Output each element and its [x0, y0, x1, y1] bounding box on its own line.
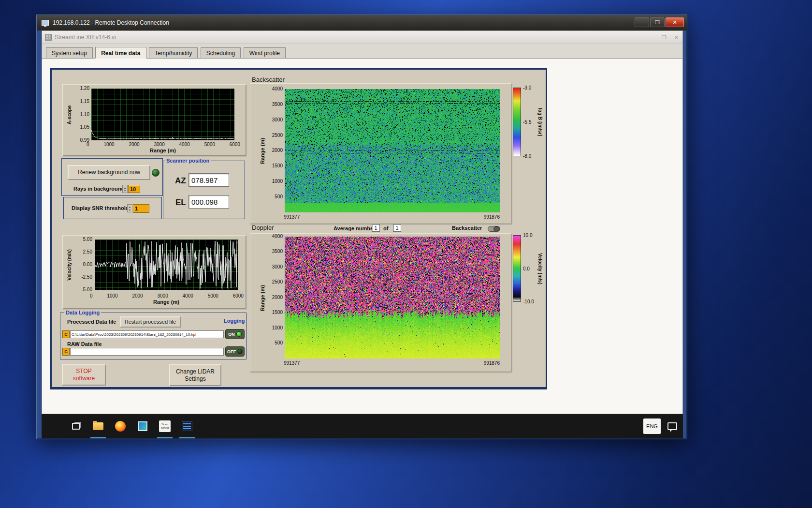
average-of-label: of: [383, 225, 388, 231]
az-value-display: 078.987: [188, 173, 229, 187]
firefox-icon: [115, 421, 126, 432]
rdp-minimize-button[interactable]: –: [635, 17, 649, 27]
tab-scheduling[interactable]: Scheduling: [201, 47, 241, 58]
change-settings-line2: Settings: [185, 375, 205, 383]
ascope-x-ticks: 0100020003000400050006000: [87, 142, 240, 147]
ascope-x-ticks-value: 5000: [204, 142, 215, 147]
backscatter-y-ticks: 4000350030002500200015001000500: [267, 87, 283, 199]
backscatter-y-ticks-value: 2000: [272, 148, 283, 153]
tab-temp-humidity[interactable]: Temp/humidity: [149, 47, 198, 58]
backscatter-toggle-switch[interactable]: [488, 226, 500, 232]
renew-background-button[interactable]: Renew background now: [68, 165, 150, 180]
velocity-x-ticks-value: 6000: [233, 293, 244, 299]
doppler-colorbar-label: Velocity (m/s): [537, 247, 543, 291]
doppler-heatmap: [285, 237, 500, 359]
tab-wind-profile[interactable]: Wind profile: [244, 47, 286, 58]
velocity-y-ticks-value: 2.50: [83, 250, 92, 254]
terminal-app-button[interactable]: [176, 414, 198, 438]
ascope-x-ticks-value: 0: [87, 142, 89, 147]
task-view-button[interactable]: [65, 414, 87, 438]
ascope-graph: [91, 89, 234, 140]
processed-logging-led: [236, 331, 242, 337]
tab-strip: System setup Real time data Temp/humidit…: [42, 44, 682, 59]
processed-path-field[interactable]: C:\Lidar\Data\Proc\2023\202309\20230914\…: [70, 330, 224, 338]
processed-path-drive-icon[interactable]: C: [62, 330, 70, 338]
ascope-x-ticks-value: 4000: [179, 142, 190, 147]
rays-value-field[interactable]: 10: [128, 185, 140, 193]
ascope-x-ticks-value: 2000: [129, 142, 139, 147]
desktop-background: 192.168.0.122 - Remote Desktop Connectio…: [0, 0, 812, 508]
ascope-y-ticks-value: 1.15: [80, 99, 89, 104]
processed-logging-toggle[interactable]: ON: [225, 329, 245, 339]
app-maximize-button[interactable]: ❐: [662, 34, 667, 41]
backscatter-colorbar-ticks: -3.0-5.5-8.0: [523, 85, 531, 159]
restart-processed-file-label: Restart processed file: [125, 318, 176, 326]
backscatter-plot-frame: Range (m) 400035003000250020001500100050…: [250, 83, 511, 224]
restart-processed-file-button[interactable]: Restart processed file: [120, 316, 181, 328]
snr-value-field[interactable]: 1: [133, 204, 149, 213]
scanner-position-title: Scanner position: [165, 158, 211, 164]
backscatter-y-ticks-value: 500: [275, 194, 283, 199]
rdp-maximize-button[interactable]: ❐: [650, 17, 665, 27]
front-panel-background: A-scope 1.201.151.101.050.99 01000200030…: [42, 59, 682, 414]
background-controls-group: Renew background now Rays in background …: [61, 158, 163, 196]
rdp-window-title: 192.168.0.122 - Remote Desktop Connectio…: [53, 19, 169, 26]
renew-background-led: [152, 169, 160, 177]
photos-app-button[interactable]: [131, 414, 154, 438]
remote-desktop-icon: [42, 20, 49, 26]
backscatter-y-ticks-value: 2500: [272, 133, 283, 138]
rdp-window: 192.168.0.122 - Remote Desktop Connectio…: [36, 15, 687, 439]
raw-path-field[interactable]: [70, 348, 224, 356]
velocity-x-ticks: 0100020003000400050006000: [90, 293, 244, 299]
velocity-y-ticks-value: -2.50: [81, 275, 92, 280]
velocity-y-ticks: 5.002.500.00-2.50-5.00: [75, 237, 92, 292]
velocity-x-ticks-value: 0: [90, 293, 93, 299]
rdp-titlebar: 192.168.0.122 - Remote Desktop Connectio…: [37, 15, 687, 30]
app-close-button[interactable]: ✕: [674, 34, 679, 41]
snr-spinner[interactable]: ▲▼: [127, 204, 132, 212]
terminal-app-icon: [182, 421, 192, 431]
backscatter-colorbar-ticks-value: -8.0: [523, 153, 531, 159]
logging-label: Logging: [224, 318, 245, 324]
file-explorer-button[interactable]: [87, 414, 109, 438]
rays-spinner[interactable]: ▲▼: [122, 185, 128, 193]
taskbar-tray: ENG: [643, 414, 677, 438]
backscatter-y-ticks-value: 1500: [272, 164, 283, 168]
backscatter-y-ticks-value: 4000: [272, 87, 283, 91]
rays-in-background-label: Rays in background: [73, 186, 124, 192]
doppler-title: Doppler: [252, 224, 274, 231]
notification-chat-icon[interactable]: [667, 422, 677, 430]
backscatter-time-end: 991876: [476, 214, 500, 220]
average-total-field[interactable]: 1: [393, 224, 401, 232]
doppler-y-ticks-value: 1000: [272, 326, 283, 330]
doppler-y-ticks-value: 3500: [272, 249, 283, 254]
tab-system-setup[interactable]: System setup: [46, 47, 93, 58]
scan-scheduler-button[interactable]: Scan sched: [154, 414, 176, 438]
raw-logging-led: [237, 349, 243, 354]
az-label: AZ: [175, 176, 186, 186]
rdp-close-button[interactable]: ✕: [666, 17, 684, 27]
raw-path-drive-icon[interactable]: C: [62, 348, 70, 356]
velocity-y-ticks-value: 5.00: [83, 237, 92, 242]
app-minimize-button[interactable]: –: [651, 34, 654, 40]
app-window-title: StreamLine XR v14-6.vi: [55, 34, 116, 41]
language-indicator[interactable]: ENG: [643, 418, 661, 434]
snr-decrement-icon[interactable]: ▼: [129, 209, 131, 211]
average-number-field[interactable]: 1: [372, 224, 380, 232]
renew-background-label: Renew background now: [78, 169, 140, 176]
rays-decrement-icon[interactable]: ▼: [124, 189, 126, 192]
ascope-y-ticks-value: 1.10: [80, 112, 89, 117]
firefox-button[interactable]: [109, 414, 131, 438]
processed-logging-state-label: ON: [228, 332, 235, 337]
real-time-data-panel: A-scope 1.201.151.101.050.99 01000200030…: [50, 68, 547, 389]
stop-software-button[interactable]: STOP software: [62, 364, 106, 386]
change-lidar-settings-button[interactable]: Change LiDAR Settings: [169, 364, 221, 386]
doppler-y-ticks: 4000350030002500200015001000500: [267, 234, 283, 345]
photos-icon: [138, 421, 147, 431]
backscatter-colorbar-label: log B (/m/sr): [537, 101, 543, 144]
backscatter-title: Backscatter: [252, 76, 285, 83]
raw-logging-toggle[interactable]: OFF: [225, 346, 245, 357]
velocity-graph: [95, 239, 238, 290]
task-view-icon: [72, 423, 80, 430]
tab-real-time-data[interactable]: Real time data: [95, 47, 146, 59]
